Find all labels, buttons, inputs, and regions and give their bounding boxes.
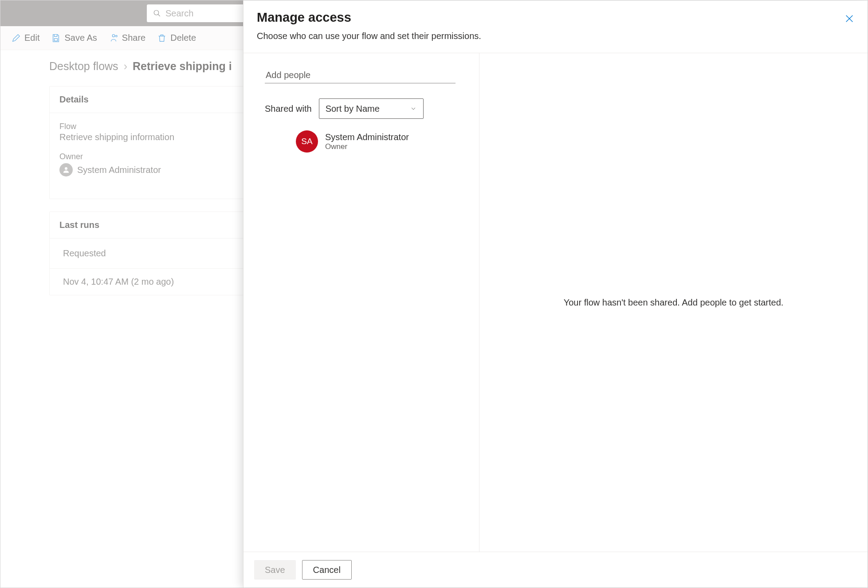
close-icon xyxy=(844,14,854,24)
person-name: System Administrator xyxy=(325,132,409,142)
add-people-input[interactable] xyxy=(265,67,456,83)
panel-right: Your flow hasn't been shared. Add people… xyxy=(479,53,868,552)
shared-with-row: Shared with Sort by Name xyxy=(265,98,466,119)
sort-value: Sort by Name xyxy=(326,104,380,114)
chevron-down-icon xyxy=(410,105,417,112)
sort-dropdown[interactable]: Sort by Name xyxy=(319,98,424,119)
panel-body: Shared with Sort by Name SA System Admin… xyxy=(244,53,868,552)
panel-footer: Save Cancel xyxy=(244,552,868,588)
cancel-button[interactable]: Cancel xyxy=(302,560,352,580)
person-info: System Administrator Owner xyxy=(325,132,409,151)
manage-access-panel: Manage access Choose who can use your fl… xyxy=(243,0,868,588)
panel-header: Manage access Choose who can use your fl… xyxy=(244,0,868,53)
panel-title: Manage access xyxy=(257,10,854,25)
app-root: Edit Save As Share Delete Desktop flows … xyxy=(0,0,868,588)
shared-person-item[interactable]: SA System Administrator Owner xyxy=(296,130,466,153)
save-button[interactable]: Save xyxy=(254,560,296,580)
avatar: SA xyxy=(296,130,318,153)
panel-subtitle: Choose who can use your flow and set the… xyxy=(257,31,854,41)
person-role: Owner xyxy=(325,142,409,151)
empty-state-message: Your flow hasn't been shared. Add people… xyxy=(564,298,784,308)
shared-with-label: Shared with xyxy=(265,104,312,114)
panel-left: Shared with Sort by Name SA System Admin… xyxy=(244,53,479,552)
close-button[interactable] xyxy=(844,14,854,25)
